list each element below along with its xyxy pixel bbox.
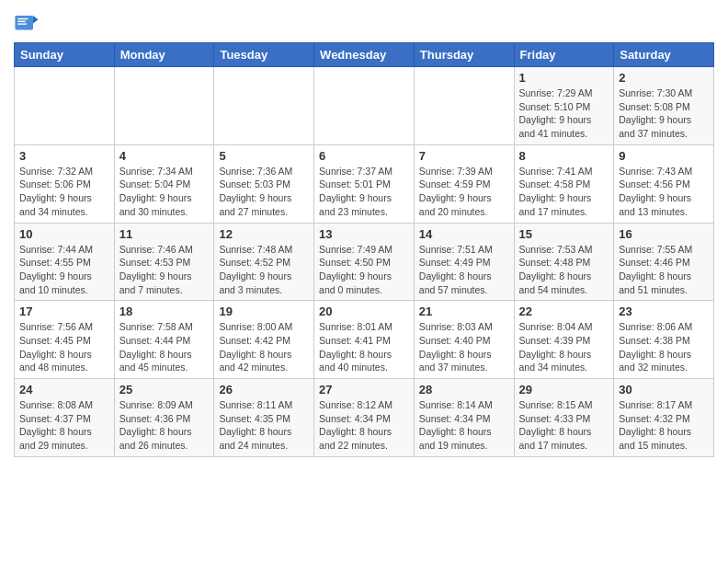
header-row: SundayMondayTuesdayWednesdayThursdayFrid… (15, 43, 714, 67)
day-cell (214, 67, 314, 145)
day-cell: 17Sunrise: 7:56 AM Sunset: 4:45 PM Dayli… (15, 301, 115, 379)
svg-rect-0 (15, 16, 33, 29)
day-info: Sunrise: 8:17 AM Sunset: 4:32 PM Dayligh… (619, 398, 709, 453)
calendar-container: SundayMondayTuesdayWednesdayThursdayFrid… (0, 0, 728, 466)
svg-rect-4 (17, 23, 27, 24)
week-row-0: 1Sunrise: 7:29 AM Sunset: 5:10 PM Daylig… (15, 67, 714, 145)
day-cell: 26Sunrise: 8:11 AM Sunset: 4:35 PM Dayli… (214, 379, 314, 457)
day-cell: 2Sunrise: 7:30 AM Sunset: 5:08 PM Daylig… (614, 67, 714, 145)
day-header-thursday: Thursday (414, 43, 514, 67)
day-info: Sunrise: 7:49 AM Sunset: 4:50 PM Dayligh… (319, 243, 409, 297)
day-number: 26 (219, 383, 309, 396)
day-info: Sunrise: 7:30 AM Sunset: 5:08 PM Dayligh… (619, 86, 709, 141)
day-info: Sunrise: 8:00 AM Sunset: 4:42 PM Dayligh… (219, 320, 309, 374)
day-cell: 25Sunrise: 8:09 AM Sunset: 4:36 PM Dayli… (114, 379, 214, 457)
day-cell: 19Sunrise: 8:00 AM Sunset: 4:42 PM Dayli… (214, 301, 314, 379)
day-cell: 28Sunrise: 8:14 AM Sunset: 4:34 PM Dayli… (414, 379, 514, 457)
day-header-saturday: Saturday (614, 43, 714, 67)
day-info: Sunrise: 8:03 AM Sunset: 4:40 PM Dayligh… (419, 320, 509, 374)
day-info: Sunrise: 7:48 AM Sunset: 4:52 PM Dayligh… (219, 243, 309, 297)
day-info: Sunrise: 7:29 AM Sunset: 5:10 PM Dayligh… (519, 86, 609, 141)
day-cell: 10Sunrise: 7:44 AM Sunset: 4:55 PM Dayli… (15, 223, 115, 301)
day-number: 2 (619, 71, 709, 85)
day-number: 15 (519, 227, 609, 241)
svg-rect-3 (17, 21, 25, 22)
day-number: 17 (19, 304, 109, 318)
day-cell (414, 67, 514, 145)
day-number: 21 (419, 304, 509, 318)
day-number: 18 (119, 304, 210, 318)
day-cell: 18Sunrise: 7:58 AM Sunset: 4:44 PM Dayli… (114, 301, 214, 379)
day-cell: 12Sunrise: 7:48 AM Sunset: 4:52 PM Dayli… (214, 223, 314, 301)
day-number: 1 (519, 71, 609, 85)
day-header-wednesday: Wednesday (314, 43, 415, 67)
day-info: Sunrise: 8:14 AM Sunset: 4:34 PM Dayligh… (419, 398, 509, 453)
day-cell: 14Sunrise: 7:51 AM Sunset: 4:49 PM Dayli… (414, 223, 514, 301)
day-info: Sunrise: 8:04 AM Sunset: 4:39 PM Dayligh… (519, 320, 609, 374)
day-info: Sunrise: 8:01 AM Sunset: 4:41 PM Dayligh… (319, 320, 409, 374)
day-info: Sunrise: 7:39 AM Sunset: 4:59 PM Dayligh… (419, 165, 509, 219)
day-number: 6 (319, 149, 409, 163)
week-row-1: 3Sunrise: 7:32 AM Sunset: 5:06 PM Daylig… (15, 144, 714, 223)
day-info: Sunrise: 7:44 AM Sunset: 4:55 PM Dayligh… (19, 243, 109, 297)
day-number: 13 (319, 227, 409, 241)
day-info: Sunrise: 8:08 AM Sunset: 4:37 PM Dayligh… (19, 398, 109, 453)
day-cell: 11Sunrise: 7:46 AM Sunset: 4:53 PM Dayli… (114, 223, 214, 301)
day-info: Sunrise: 8:09 AM Sunset: 4:36 PM Dayligh… (119, 398, 210, 453)
day-info: Sunrise: 7:58 AM Sunset: 4:44 PM Dayligh… (119, 320, 210, 374)
day-number: 28 (419, 383, 509, 396)
day-info: Sunrise: 7:37 AM Sunset: 5:01 PM Dayligh… (319, 165, 409, 219)
week-row-2: 10Sunrise: 7:44 AM Sunset: 4:55 PM Dayli… (15, 223, 714, 301)
day-header-tuesday: Tuesday (214, 43, 314, 67)
day-number: 29 (519, 383, 609, 396)
calendar-header (14, 9, 714, 35)
day-number: 9 (619, 149, 709, 163)
day-header-monday: Monday (114, 43, 214, 67)
day-cell: 23Sunrise: 8:06 AM Sunset: 4:38 PM Dayli… (614, 301, 714, 379)
day-cell: 15Sunrise: 7:53 AM Sunset: 4:48 PM Dayli… (514, 223, 614, 301)
day-cell (15, 67, 115, 145)
day-cell: 27Sunrise: 8:12 AM Sunset: 4:34 PM Dayli… (314, 379, 415, 457)
day-info: Sunrise: 7:51 AM Sunset: 4:49 PM Dayligh… (419, 243, 509, 297)
svg-marker-1 (33, 16, 39, 23)
day-info: Sunrise: 7:41 AM Sunset: 4:58 PM Dayligh… (519, 165, 609, 219)
day-number: 23 (619, 304, 709, 318)
calendar-table: SundayMondayTuesdayWednesdayThursdayFrid… (14, 42, 714, 457)
day-cell: 5Sunrise: 7:36 AM Sunset: 5:03 PM Daylig… (214, 144, 314, 223)
day-info: Sunrise: 7:34 AM Sunset: 5:04 PM Dayligh… (119, 165, 210, 219)
day-info: Sunrise: 7:55 AM Sunset: 4:46 PM Dayligh… (619, 243, 709, 297)
day-info: Sunrise: 7:32 AM Sunset: 5:06 PM Dayligh… (19, 165, 109, 219)
day-cell: 24Sunrise: 8:08 AM Sunset: 4:37 PM Dayli… (15, 379, 115, 457)
day-number: 30 (619, 383, 709, 396)
day-header-sunday: Sunday (15, 43, 115, 67)
day-header-friday: Friday (514, 43, 614, 67)
day-cell: 21Sunrise: 8:03 AM Sunset: 4:40 PM Dayli… (414, 301, 514, 379)
day-number: 20 (319, 304, 409, 318)
svg-rect-2 (17, 18, 28, 19)
day-cell: 6Sunrise: 7:37 AM Sunset: 5:01 PM Daylig… (314, 144, 415, 223)
logo-icon (14, 9, 40, 35)
day-number: 12 (219, 227, 309, 241)
day-info: Sunrise: 7:46 AM Sunset: 4:53 PM Dayligh… (119, 243, 210, 297)
day-cell: 22Sunrise: 8:04 AM Sunset: 4:39 PM Dayli… (514, 301, 614, 379)
day-info: Sunrise: 7:53 AM Sunset: 4:48 PM Dayligh… (519, 243, 609, 297)
day-info: Sunrise: 8:12 AM Sunset: 4:34 PM Dayligh… (319, 398, 409, 453)
day-cell: 20Sunrise: 8:01 AM Sunset: 4:41 PM Dayli… (314, 301, 415, 379)
day-cell: 7Sunrise: 7:39 AM Sunset: 4:59 PM Daylig… (414, 144, 514, 223)
day-number: 11 (119, 227, 210, 241)
day-cell (314, 67, 415, 145)
week-row-3: 17Sunrise: 7:56 AM Sunset: 4:45 PM Dayli… (15, 301, 714, 379)
day-number: 24 (19, 383, 109, 396)
day-number: 10 (19, 227, 109, 241)
day-cell: 29Sunrise: 8:15 AM Sunset: 4:33 PM Dayli… (514, 379, 614, 457)
week-row-4: 24Sunrise: 8:08 AM Sunset: 4:37 PM Dayli… (15, 379, 714, 457)
logo (14, 9, 43, 35)
day-cell: 13Sunrise: 7:49 AM Sunset: 4:50 PM Dayli… (314, 223, 415, 301)
day-cell: 9Sunrise: 7:43 AM Sunset: 4:56 PM Daylig… (614, 144, 714, 223)
day-cell: 4Sunrise: 7:34 AM Sunset: 5:04 PM Daylig… (114, 144, 214, 223)
day-cell: 3Sunrise: 7:32 AM Sunset: 5:06 PM Daylig… (15, 144, 115, 223)
day-number: 8 (519, 149, 609, 163)
day-cell: 8Sunrise: 7:41 AM Sunset: 4:58 PM Daylig… (514, 144, 614, 223)
day-number: 7 (419, 149, 509, 163)
day-number: 3 (19, 149, 109, 163)
